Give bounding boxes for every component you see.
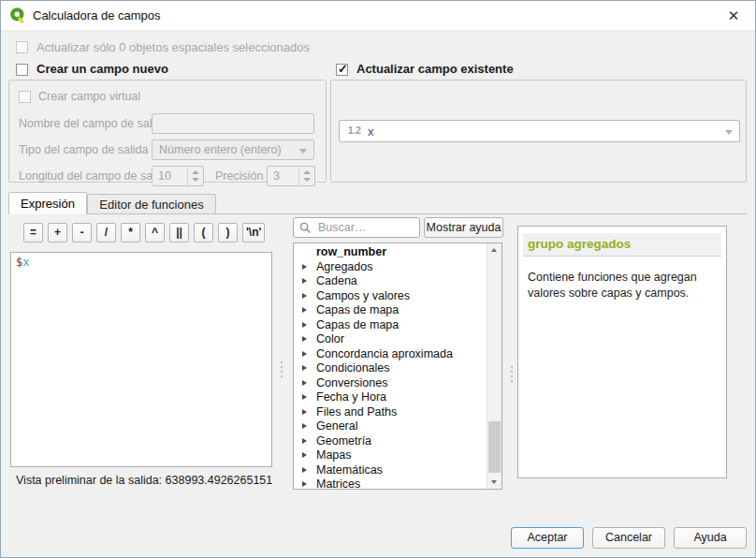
function-group-row[interactable]: Capas de mapa [294, 303, 487, 318]
virtual-field-label: Crear campo virtual [38, 90, 140, 103]
scroll-up-icon[interactable] [487, 243, 502, 257]
function-group-row[interactable]: Color [294, 332, 487, 347]
function-help-panel: grupo agregados Contiene funciones que a… [517, 226, 727, 478]
function-group-label: Campos y valores [316, 289, 410, 302]
expand-arrow-icon[interactable] [302, 467, 307, 473]
expand-arrow-icon[interactable] [302, 278, 307, 284]
function-group-row[interactable]: General [294, 419, 487, 434]
chevron-down-icon [299, 149, 307, 154]
expand-arrow-icon[interactable] [302, 438, 307, 444]
function-group-label: Capas de mapa [316, 303, 399, 316]
expand-arrow-icon[interactable] [302, 380, 307, 386]
function-group-row[interactable]: Cadena [294, 274, 487, 289]
expand-arrow-icon[interactable] [302, 336, 307, 342]
function-group-row[interactable]: row_number [294, 245, 487, 260]
function-list-scrollbar[interactable] [487, 243, 502, 489]
update-existing-label: Actualizar campo existente [356, 62, 514, 76]
output-type-label: Tipo del campo de salida [19, 143, 149, 156]
function-group-row[interactable]: Condicionales [294, 361, 487, 376]
precision-stepper[interactable]: 3 [267, 166, 315, 186]
create-new-field-checkbox[interactable] [16, 64, 28, 76]
stepper-arrows-icon[interactable] [187, 167, 203, 185]
existing-field-select[interactable]: 1.2 x [339, 120, 740, 142]
function-group-label: Files and Paths [316, 405, 397, 418]
output-length-stepper[interactable]: 10 [152, 166, 204, 186]
function-group-label: Agregados [316, 260, 372, 273]
function-group-row[interactable]: Conversiones [294, 376, 487, 391]
function-group-label: Conversiones [316, 376, 387, 389]
search-input[interactable]: Buscar… [293, 217, 420, 238]
function-group-row[interactable]: Mapas [294, 448, 487, 463]
help-group-description: Contiene funciones que agregan valores s… [528, 270, 713, 301]
expand-arrow-icon[interactable] [302, 365, 307, 371]
cancel-button[interactable]: Cancelar [592, 527, 665, 549]
expand-arrow-icon[interactable] [302, 452, 307, 458]
expand-arrow-icon[interactable] [302, 264, 307, 270]
tab-expression[interactable]: Expresión [8, 192, 87, 214]
output-name-input[interactable] [152, 113, 314, 134]
accept-button[interactable]: Aceptar [511, 527, 584, 549]
expression-editor[interactable]: $x [10, 252, 272, 467]
operator-button-2[interactable]: - [72, 223, 92, 242]
function-rows: row_numberAgregadosCadenaCampos y valore… [294, 245, 487, 490]
expand-arrow-icon[interactable] [302, 351, 307, 357]
expand-arrow-icon[interactable] [302, 481, 307, 487]
scroll-down-icon[interactable] [487, 475, 502, 489]
virtual-field-checkbox[interactable] [19, 91, 31, 103]
function-list[interactable]: row_numberAgregadosCadenaCampos y valore… [293, 242, 502, 490]
field-calculator-dialog: Calculadora de campos ✕ Actualizar sólo … [0, 0, 756, 558]
operator-button-4[interactable]: * [121, 223, 140, 242]
operator-button-0[interactable]: = [23, 223, 43, 242]
function-group-label: Concordancia aproximada [316, 347, 453, 360]
operator-button-8[interactable]: ) [218, 223, 238, 242]
function-group-row[interactable]: Capas de mapa [294, 318, 487, 333]
stepper-arrows-icon[interactable] [298, 167, 314, 185]
search-icon [299, 222, 312, 234]
help-button[interactable]: Ayuda [674, 527, 747, 549]
function-group-label: Mapas [316, 448, 352, 462]
function-group-row[interactable]: Matemáticas [294, 463, 487, 478]
output-length-label: Longitud del campo de salida [19, 169, 171, 183]
expand-arrow-icon[interactable] [302, 322, 307, 328]
function-group-row[interactable]: Fecha y Hora [294, 390, 487, 405]
function-group-label: Condicionales [316, 361, 390, 374]
operator-button-9[interactable]: '\n' [242, 223, 265, 242]
only-selected-checkbox[interactable] [16, 41, 28, 53]
title-bar: Calculadora de campos ✕ [1, 1, 755, 31]
output-preview: Vista preliminar de la salida: 638993.49… [16, 474, 272, 487]
operator-button-1[interactable]: + [48, 223, 67, 242]
existing-field-value: x [368, 125, 374, 139]
function-group-label: Color [316, 332, 344, 345]
expand-arrow-icon[interactable] [302, 307, 307, 313]
expand-arrow-icon[interactable] [302, 293, 307, 299]
output-type-select[interactable]: Número entero (entero) [152, 140, 314, 160]
precision-value: 3 [273, 169, 280, 183]
expand-arrow-icon[interactable] [302, 409, 307, 415]
function-group-row[interactable]: Geometría [294, 434, 487, 449]
function-group-label: Fecha y Hora [316, 390, 386, 404]
function-group-row[interactable]: Files and Paths [294, 405, 487, 420]
function-group-row[interactable]: Campos y valores [294, 289, 487, 304]
expand-arrow-icon[interactable] [302, 423, 307, 429]
function-group-row[interactable]: Concordancia aproximada [294, 347, 487, 362]
operator-button-5[interactable]: ^ [145, 223, 165, 242]
function-group-row[interactable]: Agregados [294, 260, 487, 275]
operator-button-3[interactable]: / [96, 223, 116, 242]
operator-button-6[interactable]: || [169, 223, 189, 242]
output-type-value: Número entero (entero) [159, 143, 282, 156]
splitter-handle[interactable] [510, 366, 514, 382]
tab-function-editor[interactable]: Editor de funciones [87, 194, 216, 214]
scrollbar-thumb[interactable] [488, 421, 501, 473]
output-length-value: 10 [158, 169, 171, 183]
update-existing-checkbox[interactable] [336, 64, 348, 76]
create-new-field-label: Crear un campo nuevo [36, 62, 168, 76]
splitter-handle[interactable] [280, 361, 284, 377]
tab-baseline [8, 213, 747, 214]
precision-label: Precisión [215, 169, 263, 183]
operator-button-7[interactable]: ( [194, 223, 213, 242]
function-group-label: Capas de mapa [316, 318, 399, 331]
function-group-row[interactable]: Matrices [294, 477, 487, 490]
close-icon[interactable]: ✕ [725, 7, 742, 24]
expand-arrow-icon[interactable] [302, 394, 307, 400]
show-help-button[interactable]: Mostrar ayuda [424, 217, 503, 238]
